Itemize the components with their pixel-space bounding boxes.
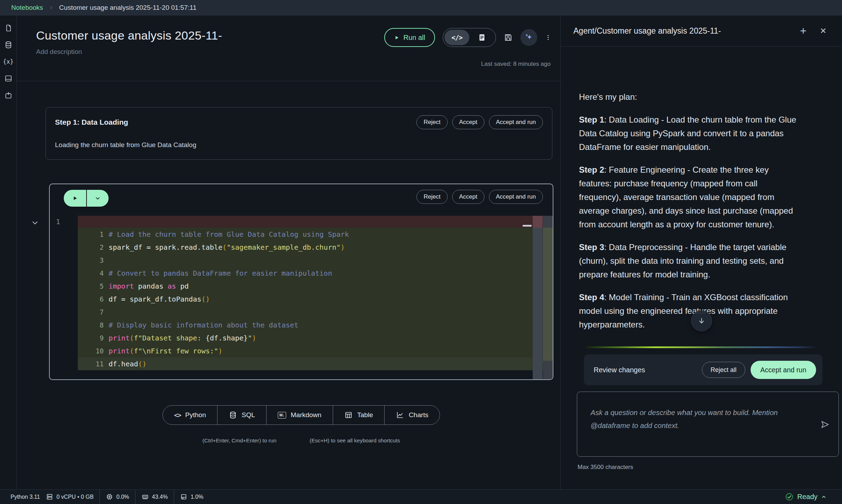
breadcrumb-chevron-icon [49,5,54,10]
play-icon [394,35,399,40]
max-characters-hint: Max 3500 characters [578,464,842,471]
code-editor[interactable]: 11# Load the churn table from Glue Data … [50,216,553,370]
line-number: 2 [78,243,109,251]
editor-scrollbar[interactable] [533,216,543,379]
plan-step-1: Step 1: Data Loading - Load the churn ta… [579,113,799,154]
table-icon [344,411,353,419]
more-options-button[interactable] [545,33,551,42]
plan-intro: Here's my plan: [579,90,799,104]
collapse-cell-chevron[interactable] [31,219,39,227]
memory-usage-status: 43.4% [135,490,174,504]
editor-scroll-area [532,216,553,379]
last-saved-status: Last saved: 8 minutes ago [36,61,551,68]
panel-icon[interactable] [4,74,13,83]
code-line: 9print(f"Dataset shape: {df.shape}") [50,331,553,344]
run-cell-options-button[interactable] [86,190,109,207]
accept-and-run-all-button[interactable]: Accept and run [751,361,816,379]
ai-assistant-button[interactable] [520,29,537,46]
line-number: 6 [78,295,109,303]
notebook-actions: Run all </> [384,28,551,47]
agent-panel: Agent/Customer usage analysis 2025-11- +… [561,15,842,489]
add-markdown-cell-button[interactable]: M↓Markdown [266,406,333,424]
agent-chat-box [577,392,839,457]
accept-button[interactable]: Accept [452,115,484,129]
old-line-number: 1 [50,218,78,226]
chevron-down-icon [95,195,101,201]
play-icon [72,195,78,201]
add-cell-toolbar: <>PythonSQLM↓MarkdownTableCharts [163,405,440,425]
accept-and-run-button[interactable]: Accept and run [489,115,543,129]
database-icon[interactable] [4,41,13,49]
add-description-field[interactable]: Add description [36,48,551,56]
disk-icon [180,493,187,500]
markdown-cell: Step 1: Data Loading RejectAcceptAccept … [46,107,552,160]
scroll-to-bottom-button[interactable] [691,310,712,331]
scroll-position-indicator [523,225,532,227]
cpu-usage-status: 0.0% [99,490,135,504]
accept-and-run-button[interactable]: Accept and run [489,190,543,204]
run-cell-button[interactable] [64,190,86,207]
review-changes-label: Review changes [594,366,702,374]
check-circle-icon [785,492,794,501]
close-panel-button[interactable]: ✕ [820,26,827,36]
line-number: 11 [78,360,109,368]
markdown-icon: M↓ [278,412,286,419]
line-number: 5 [78,282,109,290]
file-icon[interactable] [4,24,13,32]
save-icon [504,33,513,42]
plan-step-2: Step 2: Feature Engineering - Create the… [579,163,799,231]
document-view-toggle[interactable] [469,30,494,45]
code-line: 8# Display basic information about the d… [50,318,553,331]
save-button[interactable] [504,33,513,42]
agent-plan-message: Here's my plan: Step 1: Data Loading - L… [561,47,842,343]
new-chat-button[interactable]: + [800,25,807,37]
cpu-icon [106,493,113,500]
variables-icon: {x} [3,58,14,65]
run-cell-split-button[interactable] [64,190,109,207]
plan-step-3: Step 3: Data Preprocessing - Handle the … [579,240,799,281]
markdown-cell-heading: Step 1: Data Loading [55,115,128,126]
agent-chat-input[interactable] [577,392,838,456]
text-fade-overlay [561,331,842,343]
code-line: 1# Load the churn table from Glue Data C… [50,228,553,241]
notebook-main: Customer usage analysis 2025-11- Add des… [17,15,561,489]
ready-status[interactable]: Ready [785,490,827,504]
chevron-up-icon [821,494,827,500]
code-line: 5import pandas as pd [50,279,553,292]
plan-step-4: Step 4: Model Training - Train an XGBoos… [579,290,799,331]
line-number: 9 [78,334,109,342]
keyboard-shortcut-hint: (Esc+H) to see all keyboard shortcuts [310,437,400,444]
code-line: 6df = spark_df.toPandas() [50,292,553,305]
run-all-button[interactable]: Run all [384,28,435,47]
line-number: 8 [78,321,109,329]
line-number: 4 [78,269,109,277]
deleted-line-row: 1 [50,216,553,228]
reject-button[interactable]: Reject [416,115,447,129]
markdown-cell-body: Loading the churn table from Glue Data C… [55,141,543,149]
variables-icon[interactable]: {x} [4,57,13,66]
left-icon-rail: {x} [0,15,17,489]
code-line: 2spark_df = spark.read.table("sagemaker_… [50,241,553,254]
code-view-toggle[interactable]: </> [444,30,469,45]
diff-overview-ruler [543,216,553,379]
reject-all-button[interactable]: Reject all [702,362,745,378]
kernel-status[interactable]: Python 3.11 [11,490,46,504]
package-add-icon[interactable] [4,91,13,99]
breadcrumb-notebooks-link[interactable]: Notebooks [11,4,43,12]
view-mode-toggle[interactable]: </> [443,28,496,47]
breadcrumb-current: Customer usage analysis 2025-11-20 01:57… [59,4,196,12]
code-view-icon: </> [451,34,462,41]
line-number: 10 [78,347,109,355]
kebab-menu-icon [545,33,551,42]
code-line: 4# Convert to pandas DataFrame for easie… [50,267,553,279]
send-message-button[interactable] [820,419,830,430]
arrow-down-icon [697,317,706,325]
accept-button[interactable]: Accept [452,190,484,204]
add-python-cell-button[interactable]: <>Python [163,406,217,424]
reject-button[interactable]: Reject [416,190,447,204]
add-charts-cell-button[interactable]: Charts [384,406,440,424]
code-line: 7 [50,305,553,318]
server-usage-status: 0 vCPU • 0 GB [46,490,99,504]
add-sql-cell-button[interactable]: SQL [217,406,266,424]
add-table-cell-button[interactable]: Table [333,406,384,424]
